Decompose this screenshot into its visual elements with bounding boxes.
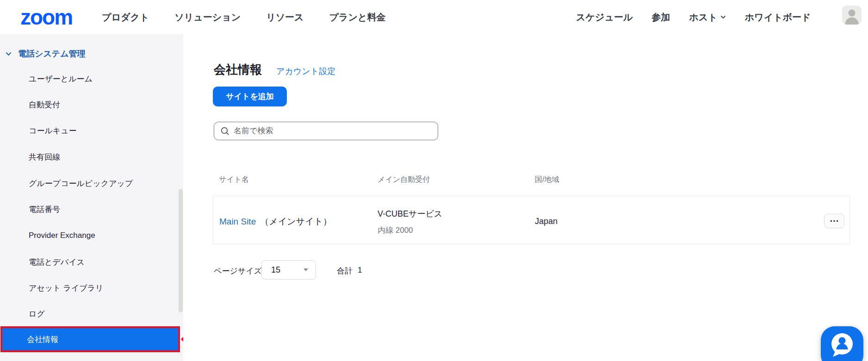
nav-item-products[interactable]: プロダクト [102, 11, 149, 24]
country-value: Japan [535, 217, 558, 226]
add-site-button[interactable]: サイトを追加 [213, 87, 287, 106]
sidebar-section-label: 電話システム管理 [18, 48, 86, 59]
total-label: 合計 [337, 266, 353, 276]
sidebar-item-logs[interactable]: ログ [0, 307, 178, 321]
sidebar-item-company-info-label: 会社情報 [2, 334, 58, 345]
chevron-down-icon [6, 52, 12, 56]
main-content: 会社情報 アカウント設定 サイトを追加 サイト名 メイン自動受付 国/地域 Ma… [183, 34, 868, 361]
nav-right-group: スケジュール 参加 ホスト ホワイトボード [576, 0, 811, 34]
chat-fab-button[interactable] [821, 326, 863, 361]
account-settings-link[interactable]: アカウント設定 [276, 66, 335, 77]
search-box [214, 122, 438, 140]
extension-value: 内線 2000 [378, 225, 413, 236]
sidebar-item-shared-line[interactable]: 共有回線 [0, 150, 178, 164]
chevron-down-icon [720, 15, 726, 19]
nav-item-solutions[interactable]: ソリューション [174, 11, 241, 24]
sidebar-item-call-queue[interactable]: コールキュー [0, 124, 178, 137]
total-value: 1 [358, 266, 362, 276]
ellipsis-icon [830, 220, 838, 222]
col-site-name: サイト名 [219, 175, 249, 185]
search-icon [221, 127, 229, 136]
nav-item-host-label: ホスト [689, 11, 717, 24]
page-title: 会社情報 [214, 62, 262, 78]
col-main-auto-reception: メイン自動受付 [378, 175, 430, 185]
sidebar: 電話システム管理 ユーザーとルーム 自動受付 コールキュー 共有回線 グループコ… [0, 34, 183, 361]
site-link[interactable]: Main Site [219, 217, 256, 227]
sidebar-item-provider-exchange[interactable]: Provider Exchange [0, 229, 178, 243]
site-alias: （メインサイト） [260, 216, 332, 228]
nav-item-host[interactable]: ホスト [689, 11, 725, 24]
site-name-cell: Main Site （メインサイト） [219, 216, 332, 228]
page-size-select[interactable]: 15 [261, 260, 316, 280]
nav-left-group: プロダクト ソリューション リソース プランと料金 [102, 0, 385, 34]
nav-item-join[interactable]: 参加 [651, 11, 670, 24]
sidebar-item-phones-devices[interactable]: 電話とデバイス [0, 255, 178, 269]
row-actions-button[interactable] [824, 214, 844, 228]
nav-item-schedule[interactable]: スケジュール [576, 11, 632, 24]
sidebar-item-auto-reception[interactable]: 自動受付 [0, 98, 178, 112]
caret-down-icon [304, 268, 308, 271]
main-auto-reception-value: V-CUBEサービス [378, 208, 442, 219]
sidebar-item-phone-number[interactable]: 電話番号 [0, 202, 178, 216]
sidebar-item-users-rooms[interactable]: ユーザーとルーム [0, 72, 178, 86]
user-avatar[interactable] [842, 6, 862, 25]
nav-item-resources[interactable]: リソース [266, 11, 304, 24]
nav-item-whiteboard[interactable]: ホワイトボード [745, 11, 811, 24]
col-country-region: 国/地域 [535, 175, 559, 185]
total-count: 合計 1 [337, 266, 362, 276]
page-size-value: 15 [271, 265, 304, 275]
nav-item-plans-pricing[interactable]: プランと料金 [329, 11, 386, 24]
sidebar-scrollbar[interactable] [179, 189, 183, 312]
sidebar-section-phone-system[interactable]: 電話システム管理 [6, 47, 86, 61]
chat-bubble-icon [821, 326, 863, 361]
person-icon [842, 6, 862, 25]
search-input[interactable] [234, 126, 431, 136]
top-nav: zoom プロダクト ソリューション リソース プランと料金 スケジュール 参加… [0, 0, 868, 34]
sidebar-item-asset-library[interactable]: アセット ライブラリ [0, 281, 178, 295]
zoom-logo[interactable]: zoom [20, 4, 72, 31]
sidebar-item-company-info-selected[interactable]: 会社情報 [0, 326, 180, 352]
sidebar-item-group-call-pickup[interactable]: グループコールピックアップ [0, 176, 178, 190]
page-size-label: ページサイズ [214, 266, 262, 276]
